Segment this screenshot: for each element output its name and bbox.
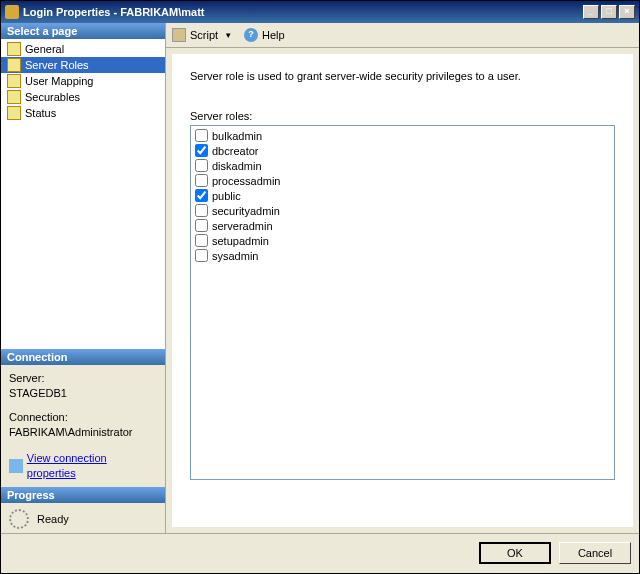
progress-status: Ready [37,513,69,525]
role-label: bulkadmin [212,130,262,142]
role-row: processadmin [195,173,610,188]
server-roles-listbox: bulkadmin dbcreator diskadmin processadm… [190,125,615,480]
role-row: securityadmin [195,203,610,218]
connection-label: Connection: [9,410,157,425]
role-label: sysadmin [212,250,258,262]
minimize-button[interactable]: _ [583,5,599,19]
role-checkbox-setupadmin[interactable] [195,234,208,247]
help-button[interactable]: Help [262,29,285,41]
role-label: serveradmin [212,220,273,232]
page-item-server-roles[interactable]: Server Roles [1,57,165,73]
close-button[interactable]: × [619,5,635,19]
page-item-status[interactable]: Status [1,105,165,121]
toolbar: Script ▼ ? Help [166,23,639,48]
help-icon: ? [244,28,258,42]
server-label: Server: [9,371,157,386]
ok-button[interactable]: OK [479,542,551,564]
connection-value: FABRIKAM\Administrator [9,425,157,440]
role-checkbox-securityadmin[interactable] [195,204,208,217]
role-checkbox-public[interactable] [195,189,208,202]
role-checkbox-dbcreator[interactable] [195,144,208,157]
role-row: bulkadmin [195,128,610,143]
role-checkbox-serveradmin[interactable] [195,219,208,232]
role-checkbox-diskadmin[interactable] [195,159,208,172]
script-dropdown-icon[interactable]: ▼ [224,31,232,40]
page-item-user-mapping[interactable]: User Mapping [1,73,165,89]
progress-area: Ready [1,503,165,535]
role-row: serveradmin [195,218,610,233]
dialog-footer: OK Cancel [1,533,639,573]
maximize-button[interactable]: □ [601,5,617,19]
role-row: public [195,188,610,203]
role-label: securityadmin [212,205,280,217]
window-title: Login Properties - FABRIKAM\matt [23,6,205,18]
page-icon [7,58,21,72]
titlebar: Login Properties - FABRIKAM\matt _ □ × [1,1,639,23]
page-icon [7,42,21,56]
left-panel: Select a page General Server Roles User … [1,23,166,533]
role-label: setupadmin [212,235,269,247]
server-value: STAGEDB1 [9,386,157,401]
page-label: Server Roles [25,59,89,71]
script-button[interactable]: Script [190,29,218,41]
progress-header: Progress [1,487,165,503]
page-icon [7,90,21,104]
right-panel: Script ▼ ? Help Server role is used to g… [166,23,639,533]
page-icon [7,74,21,88]
connection-area: Server: STAGEDB1 Connection: FABRIKAM\Ad… [1,365,165,487]
role-row: diskadmin [195,158,610,173]
page-icon [7,106,21,120]
cancel-button[interactable]: Cancel [559,542,631,564]
page-item-securables[interactable]: Securables [1,89,165,105]
page-label: Status [25,107,56,119]
role-label: processadmin [212,175,280,187]
server-roles-label: Server roles: [190,110,615,122]
select-page-header: Select a page [1,23,165,39]
page-label: User Mapping [25,75,93,87]
app-icon [5,5,19,19]
role-row: sysadmin [195,248,610,263]
role-label: dbcreator [212,145,258,157]
role-checkbox-processadmin[interactable] [195,174,208,187]
page-label: Securables [25,91,80,103]
view-connection-properties-link[interactable]: View connection properties [27,451,157,482]
role-label: public [212,190,241,202]
page-item-general[interactable]: General [1,41,165,57]
dialog-body: Select a page General Server Roles User … [1,23,639,533]
role-label: diskadmin [212,160,262,172]
role-checkbox-bulkadmin[interactable] [195,129,208,142]
page-list: General Server Roles User Mapping Secura… [1,39,165,349]
connection-properties-icon [9,459,23,473]
script-icon [172,28,186,42]
page-label: General [25,43,64,55]
window-controls: _ □ × [583,5,635,19]
role-row: dbcreator [195,143,610,158]
role-row: setupadmin [195,233,610,248]
role-checkbox-sysadmin[interactable] [195,249,208,262]
content-area: Server role is used to grant server-wide… [172,54,633,527]
progress-spinner-icon [9,509,29,529]
description-text: Server role is used to grant server-wide… [190,70,615,82]
connection-header: Connection [1,349,165,365]
